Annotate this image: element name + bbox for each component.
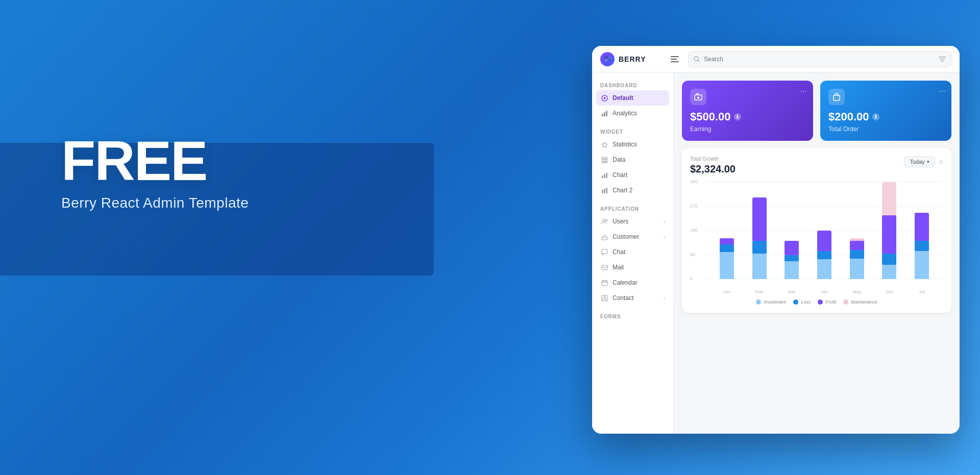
search-icon (694, 56, 700, 62)
today-filter-button[interactable]: Today ▾ (904, 156, 935, 167)
earning-amount: $500.00 ℹ (690, 110, 805, 123)
svg-rect-26 (602, 249, 607, 254)
app-window: 🫐 BERRY Dash (592, 46, 960, 434)
sidebar-item-default[interactable]: Default (596, 90, 669, 106)
total-order-menu[interactable]: ··· (939, 87, 945, 96)
total-order-amount: $200.00 ℹ (828, 110, 943, 123)
svg-rect-28 (602, 281, 607, 286)
sidebar-section-application: Application (592, 202, 673, 214)
hero-content: FREE Berry React Admin Template (61, 133, 249, 211)
menu-toggle-button[interactable] (668, 52, 682, 66)
customer-label: Customer (612, 233, 639, 240)
bar-apr (817, 231, 831, 279)
sidebar-item-customer[interactable]: Customer › (592, 229, 673, 244)
top-bar: 🫐 BERRY (592, 46, 960, 72)
sidebar-item-data[interactable]: Data (592, 152, 673, 167)
bar-jan (720, 238, 734, 279)
profit-dot (818, 299, 823, 305)
svg-rect-21 (604, 189, 605, 193)
svg-rect-16 (602, 162, 607, 163)
sidebar-section-dashboard: Dashboard (592, 79, 673, 90)
hero-subtitle: Berry React Admin Template (61, 195, 249, 211)
maintenance-label: Maintenance (851, 299, 877, 305)
sidebar-item-mail[interactable]: Mail (592, 260, 673, 275)
total-order-label: Total Order (828, 126, 943, 133)
app-title: BERRY (619, 55, 646, 63)
bar-chart: 360 270 180 90 0 (690, 182, 943, 294)
search-input[interactable] (704, 56, 935, 63)
svg-rect-14 (602, 157, 607, 159)
sidebar-item-chart[interactable]: Chart (592, 167, 673, 183)
sidebar-item-chat[interactable]: Chat (592, 244, 673, 260)
sidebar-item-calendar[interactable]: Calendar (592, 275, 673, 290)
investment-label: Investment (764, 299, 786, 305)
sidebar-item-statistics[interactable]: Statistics (592, 137, 673, 152)
svg-point-30 (603, 296, 605, 298)
x-label-jan: Jan (720, 289, 734, 294)
earning-label: Earning (690, 126, 805, 133)
svg-rect-22 (606, 188, 607, 193)
mail-label: Mail (612, 264, 624, 271)
sidebar-item-analytics[interactable]: Analytics (592, 106, 673, 121)
calendar-label: Calendar (612, 279, 638, 286)
sidebar-item-contact[interactable]: Contact › (592, 290, 673, 306)
content-panel: ··· $500.00 ℹ Earning ··· (674, 72, 960, 434)
svg-point-9 (603, 97, 605, 99)
bar-jul (915, 213, 929, 279)
svg-rect-18 (604, 174, 605, 178)
logo-area: 🫐 BERRY (600, 52, 662, 66)
chart-options: Today ▾ ≡ (904, 156, 943, 167)
customer-icon (600, 233, 608, 241)
chart-amount: $2,324.00 (690, 163, 736, 175)
svg-line-4 (698, 60, 700, 62)
chart-icon (600, 171, 608, 179)
bars-container (705, 182, 943, 279)
users-icon (600, 217, 608, 226)
bar-jun (882, 182, 896, 279)
investment-dot (756, 299, 761, 305)
analytics-icon (600, 109, 608, 117)
maintenance-dot (843, 299, 848, 305)
sidebar-section-forms: Forms (592, 310, 673, 321)
calendar-icon (600, 279, 608, 287)
mail-icon (600, 263, 608, 271)
default-icon (600, 94, 608, 102)
svg-rect-5 (939, 57, 946, 58)
svg-rect-2 (671, 61, 679, 62)
main-area: Dashboard Default (592, 72, 960, 434)
svg-rect-0 (671, 56, 679, 57)
legend-investment: Investment (756, 299, 786, 305)
total-order-icon (828, 89, 845, 105)
earning-icon (690, 89, 706, 105)
contact-chevron: › (664, 295, 665, 301)
x-label-apr: Apr (817, 289, 831, 294)
svg-rect-25 (602, 237, 607, 240)
total-order-card: ··· $200.00 ℹ Total Order (820, 81, 951, 141)
svg-rect-10 (602, 114, 603, 116)
svg-rect-17 (602, 176, 603, 178)
chart-title-area: Total Growth $2,324.00 (690, 156, 736, 175)
search-bar[interactable] (688, 51, 951, 67)
chevron-down-icon: ▾ (927, 159, 929, 164)
x-axis: Jan Feb Mar Apr May Jun Jul (705, 289, 943, 294)
loss-dot (793, 299, 798, 305)
svg-rect-1 (671, 59, 677, 60)
contact-label: Contact (612, 294, 633, 302)
chart-panel: Total Growth $2,324.00 Today ▾ ≡ (682, 148, 951, 313)
earning-card-menu[interactable]: ··· (800, 87, 807, 96)
statistics-icon (600, 140, 608, 148)
x-label-may: May (850, 289, 864, 294)
sidebar-item-users[interactable]: Users › (592, 214, 673, 229)
svg-rect-15 (602, 159, 607, 161)
data-label: Data (612, 156, 625, 163)
loss-label: Loss (801, 299, 811, 305)
profit-label: Profit (825, 299, 836, 305)
chat-label: Chat (612, 248, 625, 256)
svg-rect-12 (606, 111, 607, 116)
chat-icon (600, 248, 608, 256)
sidebar-item-chart2[interactable]: Chart 2 (592, 183, 673, 198)
total-order-info-dot: ℹ (872, 113, 879, 120)
users-chevron: › (664, 219, 665, 224)
legend-loss: Loss (793, 299, 811, 305)
chart-menu-icon[interactable]: ≡ (939, 158, 943, 166)
